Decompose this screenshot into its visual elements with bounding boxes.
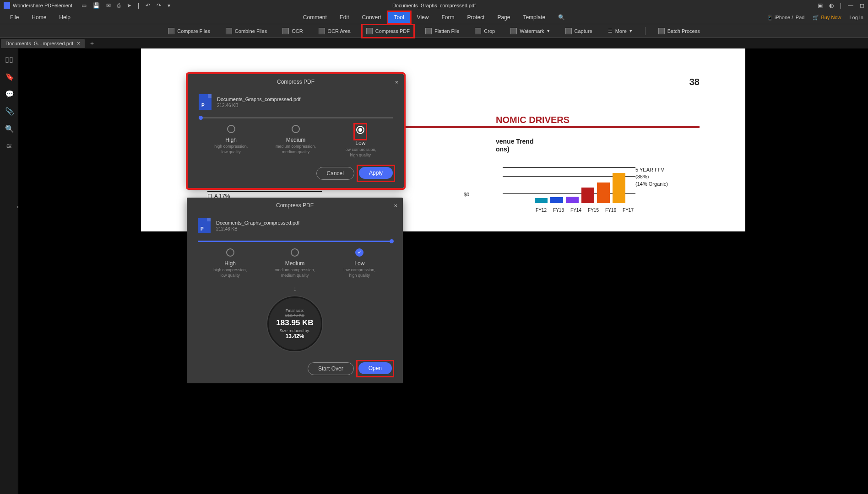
drivers-heading: NOMIC DRIVERS (496, 115, 570, 125)
radio-icon[interactable] (291, 248, 299, 257)
option-low[interactable]: Low low compression,high quality (333, 125, 388, 158)
radio-icon[interactable] (356, 126, 364, 134)
mail-icon[interactable]: ✉ (106, 2, 111, 9)
tab-close-icon[interactable]: × (77, 40, 80, 47)
option-high[interactable]: High high compression,low quality (204, 125, 259, 158)
buy-now-link[interactable]: 🛒Buy Now (813, 15, 841, 21)
more-button[interactable]: ☰ More ▾ (605, 26, 635, 36)
menu-page[interactable]: Page (491, 11, 516, 23)
flatten-file-button[interactable]: Flatten File (423, 26, 462, 36)
ocr-button[interactable]: OCR (280, 26, 305, 36)
menubar: File Home Help Comment Edit Convert Tool… (0, 11, 868, 24)
maximize-icon[interactable]: ◻ (860, 2, 864, 9)
apply-button[interactable]: Apply (359, 167, 393, 179)
bookmark-icon[interactable]: 🔖 (5, 72, 13, 81)
document-tab[interactable]: Documents_G…mpressed.pdf × (1, 39, 85, 48)
cart-icon: 🛒 (813, 15, 819, 20)
file-size: 212.46 KB (216, 226, 299, 231)
option-high[interactable]: High high compression,low quality (203, 248, 258, 278)
option-medium[interactable]: Medium medium compression,medium quality (268, 125, 323, 158)
screenshot-icon[interactable]: ▣ (818, 2, 823, 9)
file-name: Documents_Graphs_compressed.pdf (217, 97, 300, 102)
menu-file[interactable]: File (4, 11, 25, 23)
sep: | (138, 2, 139, 9)
compare-files-button[interactable]: Compare Files (165, 26, 213, 36)
iphone-ipad-link[interactable]: 📱 iPhone / iPad (767, 15, 805, 21)
menu-form[interactable]: Form (435, 11, 461, 23)
menu-view[interactable]: View (411, 11, 435, 23)
login-link[interactable]: Log In (849, 15, 863, 20)
menu-template[interactable]: Template (516, 11, 552, 23)
save-icon[interactable]: 💾 (93, 2, 100, 9)
menu-convert[interactable]: Convert (356, 11, 388, 23)
menu-tool[interactable]: Tool (388, 11, 411, 23)
crop-icon (475, 28, 481, 34)
pdf-file-icon (199, 94, 212, 110)
phone-icon: 📱 (767, 15, 773, 20)
radio-icon[interactable] (227, 125, 235, 133)
attachment-icon[interactable]: 📎 (5, 107, 13, 115)
theme-icon[interactable]: ◐ (829, 2, 834, 9)
radio-icon[interactable] (226, 248, 234, 257)
pdf-file-icon (198, 218, 211, 233)
menu-comment[interactable]: Comment (297, 11, 333, 23)
capture-icon (565, 28, 572, 34)
document-area: LDS APPENDIX SEGMENT OVERVI 38 OVERVIEW … (18, 48, 868, 494)
search-panel-icon[interactable]: 🔍 (5, 124, 13, 133)
option-low[interactable]: Low low compression,high quality (332, 248, 387, 278)
dialog-close-icon[interactable]: × (395, 79, 398, 86)
watermark-button[interactable]: Watermark ▾ (508, 26, 552, 36)
compress-icon (366, 28, 373, 34)
add-tab-button[interactable]: + (87, 40, 97, 47)
ocr-icon (282, 28, 289, 34)
menu-edit[interactable]: Edit (333, 11, 356, 23)
chart-bar (581, 188, 594, 203)
radio-checked-icon[interactable] (355, 248, 363, 257)
undo-icon[interactable]: ↶ (146, 2, 150, 9)
combine-icon (226, 28, 232, 34)
capture-button[interactable]: Capture (563, 26, 595, 36)
comments-icon[interactable]: 💬 (5, 90, 13, 98)
flatten-icon (425, 28, 432, 34)
open-button[interactable]: Open (358, 362, 392, 374)
radio-icon[interactable] (292, 125, 300, 133)
document-title: Documents_Graphs_compressed.pdf (392, 3, 476, 8)
print-icon[interactable]: ⎙ (117, 2, 120, 9)
tabbar: Documents_G…mpressed.pdf × + (0, 38, 868, 48)
dialog-close-icon[interactable]: × (394, 202, 397, 209)
axis-zero-label: $0 (464, 192, 469, 197)
chart-bar (550, 197, 563, 203)
menu-help[interactable]: Help (53, 11, 77, 23)
ocr-area-button[interactable]: OCR Area (316, 26, 353, 36)
thumbnails-icon[interactable]: ▯▯ (5, 55, 13, 63)
option-medium[interactable]: Medium medium compression,medium quality (267, 248, 322, 278)
arrow-down-icon: ↓ (187, 285, 403, 293)
revenue-trend-label: venue Trend (496, 138, 533, 145)
progress-bar (198, 241, 392, 242)
layers-icon[interactable]: ≋ (5, 142, 13, 150)
page-number: 38 (689, 77, 700, 87)
file-name: Documents_Graphs_compressed.pdf (216, 220, 299, 226)
bar-chart (535, 166, 631, 203)
revenue-trend-label2: ons) (496, 145, 510, 153)
ocr-area-icon (319, 28, 325, 34)
batch-icon (658, 28, 665, 34)
compress-pdf-dialog-before: Compress PDF × Documents_Graphs_compress… (188, 74, 404, 188)
menu-home[interactable]: Home (25, 11, 53, 23)
toolbar: Compare Files Combine Files OCR OCR Area… (0, 24, 868, 38)
minimize-icon[interactable]: — (848, 2, 853, 9)
sep2: | (840, 2, 841, 9)
menu-search-icon[interactable]: 🔍 (552, 11, 571, 23)
start-over-button[interactable]: Start Over (308, 362, 354, 375)
batch-process-button[interactable]: Batch Process (656, 26, 703, 36)
redo-icon[interactable]: ↷ (157, 2, 161, 9)
cancel-button[interactable]: Cancel (316, 167, 354, 180)
menu-protect[interactable]: Protect (461, 11, 491, 23)
crop-button[interactable]: Crop (472, 26, 498, 36)
combine-files-button[interactable]: Combine Files (223, 26, 270, 36)
compress-pdf-button[interactable]: Compress PDF (363, 26, 412, 36)
open-folder-icon[interactable]: ▭ (81, 2, 87, 9)
dropdown-icon[interactable]: ▾ (168, 2, 170, 9)
share-icon[interactable]: ➤ (127, 2, 131, 9)
dialog-title: Compress PDF × (187, 198, 403, 213)
